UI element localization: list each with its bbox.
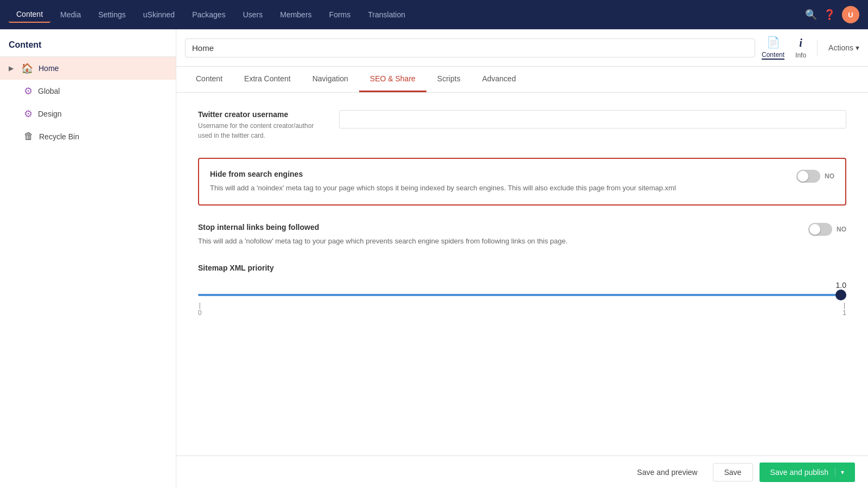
nav-item-settings[interactable]: Settings bbox=[91, 7, 133, 22]
hide-search-status: NO bbox=[825, 172, 834, 180]
twitter-creator-field: Twitter creator username Username for th… bbox=[198, 110, 846, 140]
sidebar-header: Content bbox=[0, 29, 176, 57]
slider-min-label: 0 bbox=[198, 309, 202, 317]
info-view-button[interactable]: i Info bbox=[795, 37, 806, 59]
actions-label: Actions bbox=[828, 43, 853, 52]
sidebar-item-recycle[interactable]: 🗑 Recycle Bin bbox=[0, 125, 176, 147]
tab-content[interactable]: Content bbox=[185, 67, 233, 92]
twitter-creator-input[interactable] bbox=[339, 110, 846, 129]
slider-thumb[interactable] bbox=[835, 290, 846, 300]
slider-fill bbox=[198, 294, 846, 296]
twitter-creator-label: Twitter creator username bbox=[198, 110, 317, 119]
footer: Save and preview Save Save and publish ▾ bbox=[176, 455, 868, 488]
save-preview-button[interactable]: Save and preview bbox=[628, 464, 706, 481]
info-icon: i bbox=[799, 37, 802, 49]
sitemap-label: Sitemap XML priority bbox=[198, 264, 846, 272]
hide-search-text: Hide from search engines This will add a… bbox=[210, 170, 779, 194]
page-title-input[interactable] bbox=[185, 38, 755, 57]
hide-from-search-section: Hide from search engines This will add a… bbox=[198, 158, 846, 206]
avatar[interactable]: U bbox=[842, 6, 859, 23]
content-btn-label: Content bbox=[762, 51, 784, 60]
stop-links-text: Stop internal links being followed This … bbox=[198, 223, 791, 247]
sitemap-priority-field: Sitemap XML priority 1.0 | 0 | 1 bbox=[198, 264, 846, 317]
header-actions: 📄 Content i Info Actions ▾ bbox=[762, 36, 859, 60]
sidebar-item-home[interactable]: ▶ 🏠 Home bbox=[0, 57, 176, 80]
twitter-creator-description: Username for the content creator/author … bbox=[198, 121, 317, 140]
stop-links-desc: This will add a 'nofollow' meta tag to y… bbox=[198, 236, 791, 247]
publish-arrow-icon: ▾ bbox=[835, 468, 844, 476]
hide-search-desc: This will add a 'noindex' meta tag to yo… bbox=[210, 183, 779, 194]
slider-container bbox=[198, 292, 846, 298]
actions-dropdown-button[interactable]: Actions ▾ bbox=[828, 43, 859, 52]
main-content: 📄 Content i Info Actions ▾ Content Extra… bbox=[176, 29, 868, 488]
sidebar-item-global[interactable]: ⚙ Global bbox=[0, 80, 176, 102]
tab-bar: Content Extra Content Navigation SEO & S… bbox=[176, 67, 868, 93]
tab-advanced[interactable]: Advanced bbox=[471, 67, 527, 92]
slider-max-label: 1 bbox=[843, 309, 846, 317]
nav-item-packages[interactable]: Packages bbox=[184, 7, 233, 22]
hide-search-toggle-control: NO bbox=[796, 170, 834, 183]
nav-item-uskinned[interactable]: uSkinned bbox=[136, 7, 182, 22]
twitter-label-col: Twitter creator username Username for th… bbox=[198, 110, 317, 140]
stop-links-section: Stop internal links being followed This … bbox=[198, 223, 846, 247]
stop-links-title: Stop internal links being followed bbox=[198, 223, 791, 232]
home-icon: 🏠 bbox=[21, 62, 33, 74]
tab-extra-content[interactable]: Extra Content bbox=[233, 67, 302, 92]
tab-seo-share[interactable]: SEO & Share bbox=[359, 67, 426, 92]
content-scroll-area: Twitter creator username Username for th… bbox=[176, 93, 868, 455]
content-doc-icon: 📄 bbox=[767, 36, 780, 49]
save-publish-label: Save and publish bbox=[770, 468, 835, 477]
search-icon[interactable]: 🔍 bbox=[805, 9, 817, 21]
recycle-icon: 🗑 bbox=[24, 131, 34, 142]
slider-labels: | 0 | 1 bbox=[198, 301, 846, 317]
global-icon: ⚙ bbox=[24, 85, 33, 97]
sidebar-item-design[interactable]: ⚙ Design bbox=[0, 102, 176, 125]
hide-search-toggle[interactable] bbox=[796, 170, 820, 183]
chevron-right-icon: ▶ bbox=[9, 65, 14, 72]
hide-search-title: Hide from search engines bbox=[210, 170, 779, 178]
save-publish-button[interactable]: Save and publish ▾ bbox=[760, 463, 855, 482]
nav-item-content[interactable]: Content bbox=[9, 7, 50, 23]
sitemap-value: 1.0 bbox=[198, 281, 846, 290]
help-icon[interactable]: ❓ bbox=[824, 9, 835, 21]
sidebar-item-design-label: Design bbox=[38, 110, 62, 118]
sidebar-item-recycle-label: Recycle Bin bbox=[39, 132, 79, 141]
twitter-creator-input-col bbox=[339, 110, 846, 140]
sidebar-item-home-label: Home bbox=[39, 64, 59, 73]
nav-item-users[interactable]: Users bbox=[235, 7, 271, 22]
nav-item-members[interactable]: Members bbox=[272, 7, 319, 22]
actions-chevron-icon: ▾ bbox=[856, 43, 859, 52]
content-header: 📄 Content i Info Actions ▾ bbox=[176, 29, 868, 67]
content-view-button[interactable]: 📄 Content bbox=[762, 36, 784, 60]
slider-track bbox=[198, 294, 846, 296]
info-btn-label: Info bbox=[795, 52, 806, 59]
tab-navigation[interactable]: Navigation bbox=[302, 67, 359, 92]
top-navigation: Content Media Settings uSkinned Packages… bbox=[0, 0, 868, 29]
nav-item-forms[interactable]: Forms bbox=[322, 7, 359, 22]
slider-tick-mark-max: | bbox=[844, 301, 845, 309]
stop-links-status: NO bbox=[837, 226, 846, 233]
main-layout: Content ▶ 🏠 Home ⚙ Global ⚙ Design 🗑 Rec… bbox=[0, 29, 868, 488]
nav-item-media[interactable]: Media bbox=[53, 7, 88, 22]
design-icon: ⚙ bbox=[24, 108, 33, 120]
tab-scripts[interactable]: Scripts bbox=[426, 67, 471, 92]
nav-item-translation[interactable]: Translation bbox=[360, 7, 413, 22]
stop-links-toggle-control: NO bbox=[808, 223, 846, 236]
top-nav-right: 🔍 ❓ U bbox=[805, 6, 859, 23]
save-button[interactable]: Save bbox=[713, 463, 753, 481]
sidebar: Content ▶ 🏠 Home ⚙ Global ⚙ Design 🗑 Rec… bbox=[0, 29, 176, 488]
stop-links-toggle[interactable] bbox=[808, 223, 832, 236]
slider-tick-mark: | bbox=[199, 301, 201, 309]
header-divider bbox=[817, 40, 818, 56]
sidebar-item-global-label: Global bbox=[38, 87, 60, 95]
